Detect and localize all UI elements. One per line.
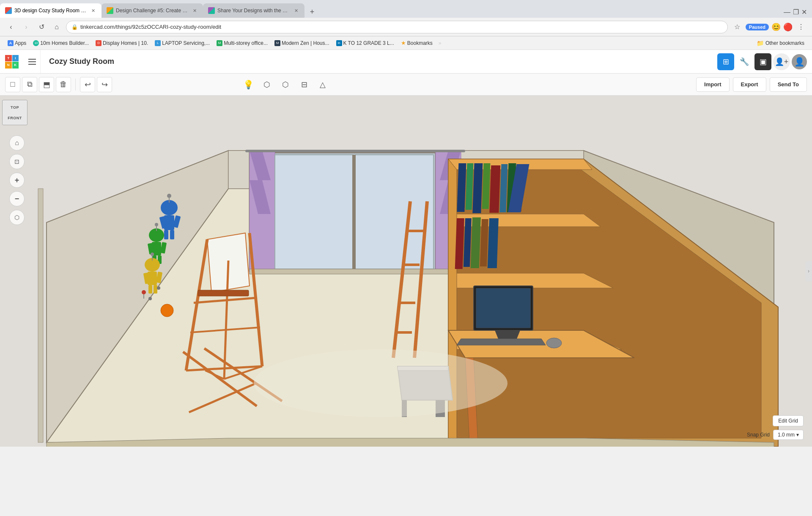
zoom-out-button[interactable]: −: [9, 191, 25, 206]
export-button[interactable]: Export: [733, 77, 766, 92]
maximize-button[interactable]: ❐: [793, 8, 799, 16]
svg-rect-18: [245, 150, 465, 152]
mirror-button[interactable]: △: [315, 77, 330, 92]
light-button[interactable]: 💡: [241, 77, 256, 92]
bookmark-label-multi: Multi-storey office...: [224, 40, 268, 46]
codeblocks-button[interactable]: 🔧: [736, 53, 753, 70]
bookmark-star[interactable]: ★ Bookmarks: [398, 39, 435, 47]
ungroup-icon: ⬡: [282, 80, 289, 89]
tinkercad-logo[interactable]: T I N K: [0, 50, 24, 73]
simulation-button[interactable]: ▣: [754, 53, 771, 70]
perspective-button[interactable]: ⬡: [9, 210, 25, 225]
bookmark-multi[interactable]: M Multi-storey office...: [214, 39, 270, 47]
snap-grid-label: Snap Grid: [747, 432, 770, 438]
star-button[interactable]: ☆: [731, 21, 743, 33]
menu-button[interactable]: ⋮: [795, 21, 807, 33]
snap-grid-dropdown[interactable]: 1.0 mm ▾: [773, 430, 804, 440]
home-button[interactable]: ⌂: [51, 21, 63, 33]
group-button[interactable]: ⬡: [259, 77, 274, 92]
copy-button[interactable]: ⧉: [22, 77, 37, 92]
bookmark-label-modern: Modern Zen | Hous...: [282, 40, 329, 46]
home-view-button[interactable]: ⌂: [9, 135, 25, 151]
svg-rect-37: [471, 217, 481, 268]
address-bar[interactable]: 🔒 tinkercad.com/things/92c5zOCCARI-cozy-…: [66, 21, 728, 33]
svg-point-98: [148, 297, 152, 300]
redo-button[interactable]: ↪: [97, 77, 112, 92]
delete-icon: 🗑: [60, 80, 67, 89]
delete-button[interactable]: 🗑: [56, 77, 71, 92]
toolbar-separator-1: [75, 79, 76, 91]
bookmark-icon-star: ★: [401, 40, 406, 46]
user-avatar[interactable]: 👤: [792, 54, 807, 69]
bookmarks-more[interactable]: »: [439, 40, 442, 46]
snap-grid-row: Snap Grid 1.0 mm ▾: [747, 430, 804, 440]
left-sidebar: TOP FRONT ⌂ ⊡ + − ⬡: [0, 96, 34, 447]
tab-label-2: Design Challenge #5: Create you...: [116, 8, 189, 14]
new-icon: □: [11, 80, 15, 89]
edit-grid-button[interactable]: Edit Grid: [773, 415, 804, 426]
bookmark-apps[interactable]: A Apps: [5, 39, 29, 47]
zoom-in-button[interactable]: +: [9, 173, 25, 188]
svg-point-46: [546, 338, 562, 348]
folder-icon: 📁: [757, 40, 764, 47]
right-panel-toggle[interactable]: ›: [805, 261, 812, 281]
other-bookmarks-label: Other bookmarks: [765, 40, 804, 46]
align-button[interactable]: ⊟: [296, 77, 312, 92]
view-cube-front: FRONT: [8, 116, 22, 120]
canvas-area[interactable]: TOP FRONT ⌂ ⊡ + − ⬡: [0, 96, 812, 447]
svg-point-99: [157, 286, 160, 290]
svg-rect-13: [352, 155, 356, 269]
bookmark-icon-laptop: L: [155, 40, 161, 46]
browser-tab-2[interactable]: Design Challenge #5: Create you... ✕: [102, 3, 203, 18]
view-cube[interactable]: TOP FRONT: [2, 100, 32, 129]
undo-button[interactable]: ↩: [80, 77, 95, 92]
app-menu-button[interactable]: [24, 50, 41, 73]
browser-tab-3[interactable]: Share Your Designs with the Wo... ✕: [203, 3, 304, 18]
grid-icon: ⊞: [723, 57, 729, 66]
new-shape-button[interactable]: □: [5, 77, 20, 92]
bookmark-icon-display: D: [96, 40, 102, 46]
ungroup-button[interactable]: ⬡: [278, 77, 293, 92]
app-bar: T I N K Cozy Study Room ⊞ 🔧 ▣ 👤+ 👤: [0, 50, 812, 74]
other-bookmarks[interactable]: 📁 Other bookmarks: [754, 39, 807, 47]
minimize-button[interactable]: —: [784, 8, 790, 16]
zoom-out-icon: −: [15, 195, 19, 203]
tab-close-3[interactable]: ✕: [293, 7, 299, 14]
send-to-button[interactable]: Send To: [770, 77, 807, 92]
reload-button[interactable]: ↺: [36, 21, 47, 33]
bookmark-linkedin[interactable]: in K TO 12 GRADE 3 L...: [334, 39, 397, 47]
add-user-button[interactable]: 👤+: [773, 53, 790, 70]
chevron-right-icon: ›: [808, 268, 809, 274]
fit-view-button[interactable]: ⊡: [9, 154, 25, 169]
bookmark-10m[interactable]: 10 10m Homes Builder...: [30, 39, 91, 47]
light-icon: 💡: [243, 80, 254, 90]
svg-marker-45: [457, 339, 546, 345]
copy-icon: ⧉: [27, 80, 33, 89]
back-button[interactable]: ‹: [5, 21, 17, 33]
svg-point-86: [155, 223, 158, 226]
view-cube-box[interactable]: TOP FRONT: [2, 100, 27, 125]
tab-close-1[interactable]: ✕: [90, 7, 96, 14]
import-button[interactable]: Import: [696, 77, 729, 92]
svg-point-94: [151, 253, 154, 256]
extension-icon[interactable]: 🔴: [783, 22, 793, 32]
grid-view-button[interactable]: ⊞: [717, 53, 734, 70]
view-cube-top: TOP: [11, 105, 19, 110]
bookmark-icon-apps: A: [8, 40, 14, 46]
bookmark-display[interactable]: D Display Homes | 10.: [93, 39, 151, 47]
forward-button[interactable]: ›: [20, 21, 32, 33]
browser-tab-1[interactable]: 3D design Cozy Study Room | Ti... ✕: [0, 3, 102, 18]
group-icon: ⬡: [263, 80, 270, 89]
perspective-icon: ⬡: [14, 214, 19, 221]
duplicate-button[interactable]: ⬒: [39, 77, 54, 92]
close-button[interactable]: ✕: [801, 8, 807, 16]
svg-rect-68: [198, 290, 249, 296]
new-tab-button[interactable]: +: [306, 6, 318, 18]
bookmark-modern[interactable]: M Modern Zen | Hous...: [272, 39, 332, 47]
logo-cell-bl: N: [5, 62, 12, 69]
tab-close-2[interactable]: ✕: [191, 7, 198, 14]
toolbar-right: Import Export Send To: [696, 77, 807, 92]
bookmark-label-apps: Apps: [15, 40, 26, 46]
bookmark-laptop[interactable]: L LAPTOP Servicing,...: [152, 39, 212, 47]
bookmark-icon-modern: M: [274, 40, 280, 46]
